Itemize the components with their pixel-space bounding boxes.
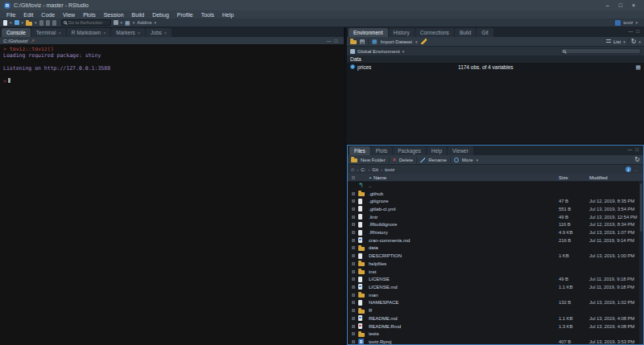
files-tab[interactable]: Files — [349, 146, 370, 155]
file-checkbox[interactable] — [352, 239, 355, 242]
file-name[interactable]: README.md — [369, 316, 559, 321]
file-checkbox[interactable] — [352, 325, 355, 328]
close-tab-icon[interactable]: × — [58, 31, 60, 35]
files-maximize-icon[interactable]: □ — [635, 147, 638, 152]
file-row[interactable]: .Rhistory 4.9 KB Jul 13, 2019, 1:07 PM — [348, 228, 643, 236]
more-menu[interactable]: More — [462, 158, 473, 162]
scope-caret-icon[interactable]: ▾ — [402, 49, 405, 54]
view-table-icon[interactable]: ▦ — [635, 64, 641, 70]
addins-caret-icon[interactable]: ▾ — [155, 20, 157, 25]
environment-tab[interactable]: History — [389, 28, 415, 37]
file-row[interactable]: LICENSE.md 1.1 KB Jul 11, 2019, 9:18 PM — [348, 283, 643, 291]
new-project-icon[interactable] — [14, 20, 19, 25]
file-name[interactable]: helpfiles — [369, 261, 559, 266]
load-workspace-icon[interactable] — [350, 40, 357, 44]
file-row[interactable]: .gitignore 47 B Jul 12, 2019, 8:35 PM — [348, 197, 643, 205]
console-tab[interactable]: Terminal × — [31, 28, 66, 37]
console-tab[interactable]: Console — [2, 28, 31, 37]
file-checkbox[interactable] — [352, 199, 355, 203]
file-checkbox[interactable] — [352, 192, 355, 195]
file-name[interactable]: .. — [369, 183, 559, 188]
file-checkbox[interactable] — [352, 246, 355, 249]
env-maximize-icon[interactable]: □ — [636, 29, 639, 34]
workspace-tools-icon[interactable] — [114, 20, 118, 25]
file-row[interactable]: NAMESPACE 132 B Jul 13, 2019, 1:02 PM — [348, 299, 643, 307]
menu-item[interactable]: Build — [128, 12, 149, 18]
open-file-icon[interactable] — [26, 22, 32, 26]
new-file-icon[interactable] — [3, 20, 7, 26]
file-row[interactable]: .gitlab-ci.yml 551 B Jul 13, 2019, 3:54 … — [348, 205, 643, 213]
file-name[interactable]: DESCRIPTION — [369, 253, 559, 258]
files-refresh-icon[interactable]: ↻ — [634, 157, 640, 163]
files-tab[interactable]: Plots — [371, 146, 392, 155]
home-icon[interactable]: ⌂ — [351, 166, 354, 172]
file-name[interactable]: data — [369, 245, 559, 250]
file-row[interactable]: README.md 1.1 KB Jul 13, 2019, 4:08 PM — [348, 314, 643, 322]
workspace-tools-caret-icon[interactable]: ▾ — [121, 20, 123, 25]
file-row[interactable]: inst — [348, 268, 643, 276]
file-checkbox[interactable] — [352, 223, 355, 226]
file-checkbox[interactable] — [352, 262, 355, 265]
file-row[interactable]: data — [348, 244, 643, 253]
console-minimize-icon[interactable]: — — [326, 39, 331, 43]
file-name[interactable]: .Rbuildignore — [369, 222, 559, 227]
file-name[interactable]: man — [369, 293, 559, 298]
file-row[interactable]: helpfiles — [348, 260, 643, 268]
clear-objects-broom-icon[interactable] — [421, 39, 427, 44]
file-row[interactable]: DESCRIPTION 1 KB Jul 13, 2019, 1:00 PM — [348, 252, 643, 260]
file-name[interactable]: NAMESPACE — [369, 300, 559, 305]
console-tab[interactable]: R Markdown × — [67, 28, 111, 37]
file-name[interactable]: R — [369, 308, 559, 313]
menu-item[interactable]: Debug — [148, 12, 173, 18]
file-checkbox[interactable] — [352, 270, 355, 273]
file-row[interactable]: .lintr 49 B Jul 13, 2019, 12:54 PM — [348, 213, 643, 221]
file-row[interactable]: .Rbuildignore 116 B Jul 12, 2019, 8:34 P… — [348, 221, 643, 229]
file-row[interactable]: toviz.Rproj 407 B Jul 13, 2019, 3:53 PM — [348, 338, 643, 344]
file-name[interactable]: .lintr — [369, 215, 559, 220]
console-tab[interactable]: Markers × — [111, 28, 145, 37]
environment-tab[interactable]: Environment — [349, 28, 388, 37]
list-view-caret-icon[interactable]: ▾ — [623, 39, 625, 44]
file-name[interactable]: .github — [369, 191, 559, 196]
breadcrumb-segment[interactable]: toviz — [381, 167, 394, 172]
import-dataset-button[interactable]: Import Dataset — [381, 39, 412, 44]
addins-menu[interactable]: Addins — [137, 20, 151, 25]
file-row[interactable]: man — [348, 291, 643, 299]
files-tab[interactable]: Help — [427, 146, 447, 155]
file-name[interactable]: cran-comments.md — [369, 238, 559, 243]
close-tab-icon[interactable]: × — [103, 31, 105, 35]
menu-item[interactable]: File — [2, 12, 19, 18]
goto-file-function-box[interactable] — [61, 19, 111, 26]
environment-tab[interactable]: Build — [455, 28, 476, 37]
console-output[interactable]: > toviz::toviz() Loading required packag… — [0, 44, 344, 345]
pane-layout-caret-icon[interactable]: ▾ — [133, 20, 135, 25]
file-name[interactable]: .gitlab-ci.yml — [369, 207, 559, 212]
close-button[interactable]: × — [632, 2, 635, 8]
env-minimize-icon[interactable]: — — [628, 29, 633, 34]
menu-item[interactable]: Edit — [19, 12, 37, 18]
save-workspace-icon[interactable] — [360, 39, 365, 44]
new-project-caret-icon[interactable]: ▾ — [22, 20, 24, 25]
console-tab[interactable]: Jobs × — [146, 28, 171, 37]
file-row[interactable]: R — [348, 306, 643, 314]
refresh-icon[interactable]: ↻ — [631, 39, 637, 45]
file-row[interactable]: .. — [348, 182, 643, 190]
file-row[interactable]: .github — [348, 190, 643, 198]
file-checkbox[interactable] — [352, 309, 355, 312]
file-name[interactable]: LICENSE.md — [369, 285, 559, 290]
environment-tab[interactable]: Git — [477, 28, 493, 37]
info-icon[interactable]: i — [625, 166, 631, 172]
file-name[interactable]: .Rhistory — [369, 230, 559, 235]
menu-item[interactable]: Plots — [79, 12, 100, 18]
environment-search-box[interactable] — [560, 48, 641, 54]
file-checkbox[interactable] — [352, 317, 355, 320]
delete-button[interactable]: Delete — [399, 158, 413, 162]
file-row[interactable]: cran-comments.md 216 B Jul 11, 2019, 9:1… — [348, 236, 643, 244]
column-modified[interactable]: Modified — [589, 175, 643, 180]
file-checkbox[interactable] — [352, 340, 355, 343]
file-checkbox[interactable] — [352, 254, 355, 257]
new-file-caret-icon[interactable]: ▾ — [10, 20, 12, 25]
open-file-caret-icon[interactable]: ▾ — [35, 20, 37, 25]
files-tab[interactable]: Viewer — [448, 146, 473, 155]
file-row[interactable]: tests — [348, 330, 643, 338]
